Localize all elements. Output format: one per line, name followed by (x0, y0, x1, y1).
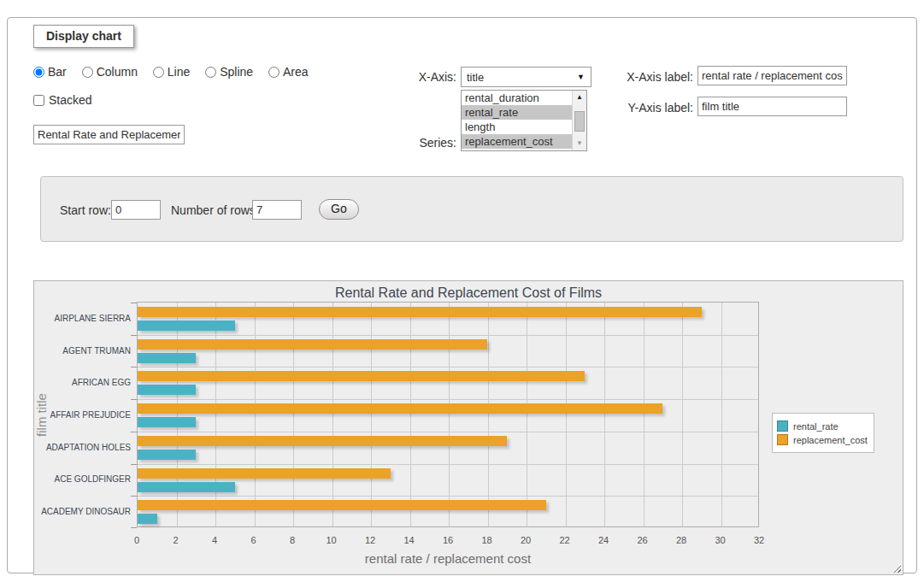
row-range-panel: Start row: Number of rows: Go (40, 176, 903, 242)
line-radio[interactable] (153, 67, 164, 78)
chart-legend: rental_ratereplacement_cost (772, 413, 874, 453)
scroll-up-icon[interactable]: ▲ (573, 91, 586, 103)
gridline-vertical (255, 303, 256, 526)
category-label: AGENT TRUMAN (34, 346, 131, 356)
series-multiselect[interactable]: rental_duration rental_rate length repla… (461, 90, 587, 151)
gridline-vertical (293, 303, 294, 526)
y-axis-tick (131, 367, 137, 367)
series-option-rental-duration[interactable]: rental_duration (462, 91, 572, 105)
x-tick-label: 10 (326, 535, 336, 545)
stacked-checkbox[interactable] (33, 95, 44, 106)
x-axis-selected-value: title (467, 71, 484, 84)
category-label: AIRPLANE SIERRA (34, 314, 131, 323)
y-axis-tick (131, 432, 137, 432)
x-tick-label: 26 (637, 535, 647, 545)
bar-replacement_cost (138, 339, 487, 350)
gridline-horizontal (138, 496, 758, 497)
gridline-horizontal (138, 432, 758, 432)
legend-swatch-rental_rate (777, 420, 788, 432)
start-row-label: Start row: (60, 203, 111, 217)
x-tick-label: 32 (754, 535, 764, 545)
chart-type-bar[interactable]: Bar (33, 65, 67, 79)
x-axis-field-label: X-Axis: (384, 70, 456, 84)
chart-area: Rental Rate and Replacement Cost of Film… (33, 280, 903, 575)
bar-replacement_cost (138, 371, 585, 381)
go-button[interactable]: Go (319, 199, 359, 220)
x-axis-label-field-label: X-Axis label: (616, 70, 693, 84)
display-chart-panel: Display chart Bar Column Line Spline Are… (7, 17, 917, 573)
series-option-rental-rate[interactable]: rental_rate (462, 105, 572, 120)
category-label: AFFAIR PREJUDICE (34, 410, 131, 420)
gridline-vertical (410, 303, 411, 526)
stacked-label: Stacked (49, 93, 92, 107)
column-radio[interactable] (82, 67, 93, 78)
x-tick-label: 28 (676, 535, 686, 545)
series-field-label: Series: (384, 136, 456, 150)
x-tick-label: 12 (365, 535, 375, 545)
resize-handle-icon[interactable] (892, 563, 901, 573)
area-radio[interactable] (268, 67, 280, 78)
x-tick-label: 4 (212, 535, 217, 545)
bar-rental_rate (138, 417, 196, 427)
category-label: AFRICAN EGG (34, 378, 131, 387)
gridline-vertical (215, 303, 216, 526)
gridline-horizontal (138, 464, 758, 465)
gridline-horizontal (138, 335, 758, 336)
x-tick-label: 20 (521, 535, 531, 545)
scrollbar-thumb[interactable] (574, 111, 585, 132)
category-label: ACE GOLDFINGER (34, 474, 131, 484)
x-tick-label: 14 (403, 535, 414, 545)
start-row-input[interactable] (111, 200, 161, 220)
chart-type-area[interactable]: Area (268, 65, 309, 79)
gridline-vertical (333, 303, 333, 526)
legend-item: rental_rate (777, 420, 868, 432)
y-axis-tick (131, 496, 137, 497)
y-axis-tick (131, 527, 137, 528)
spline-radio[interactable] (205, 67, 216, 78)
chart-type-line[interactable]: Line (153, 65, 190, 79)
scroll-down-icon[interactable]: ▼ (573, 138, 586, 150)
chart-type-column[interactable]: Column (82, 65, 138, 79)
gridline-vertical (449, 303, 450, 526)
x-axis-title: rental rate / replacement cost (137, 551, 759, 566)
category-label: ADAPTATION HOLES (34, 443, 131, 452)
x-tick-label: 30 (715, 535, 725, 545)
x-axis-tick-labels: 02468101214161820222426283032 (137, 535, 759, 547)
legend-item: replacement_cost (777, 434, 868, 445)
gridline-vertical (488, 303, 489, 526)
number-of-rows-input[interactable] (252, 200, 302, 220)
category-label: ACADEMY DINOSAUR (34, 507, 131, 516)
bar-replacement_cost (138, 403, 662, 414)
y-axis-label-input[interactable] (697, 97, 847, 116)
y-axis-category-labels: AIRPLANE SIERRAAGENT TRUMANAFRICAN EGGAF… (34, 302, 131, 527)
gridline-vertical (527, 303, 527, 526)
chevron-down-icon: ▼ (577, 73, 585, 81)
series-option-length[interactable]: length (462, 120, 572, 134)
series-option-replacement-cost[interactable]: replacement_cost (462, 134, 572, 149)
gridline-vertical (566, 303, 567, 526)
bar-rental_rate (138, 450, 196, 460)
x-axis-label-input[interactable] (697, 66, 847, 85)
legend-label: replacement_cost (793, 435, 868, 445)
bar-replacement_cost (138, 468, 391, 479)
legend-label: rental_rate (793, 421, 839, 432)
y-axis-label-field-label: Y-Axis label: (616, 101, 693, 115)
x-tick-label: 22 (559, 535, 569, 545)
bar-radio[interactable] (33, 67, 44, 78)
x-tick-label: 0 (134, 535, 139, 545)
bar-rental_rate (138, 482, 235, 492)
series-scrollbar[interactable]: ▲ ▼ (572, 91, 586, 150)
x-axis-select[interactable]: title ▼ (461, 67, 591, 87)
y-axis-tick (131, 399, 137, 400)
bar-rental_rate (138, 320, 235, 331)
chart-type-spline[interactable]: Spline (205, 65, 253, 79)
number-of-rows-label: Number of rows: (171, 203, 259, 217)
bar-replacement_cost (138, 436, 507, 446)
gridline-vertical (682, 303, 683, 526)
gridline-vertical (177, 303, 178, 526)
legend-swatch-replacement_cost (777, 434, 788, 445)
bar-rental_rate (138, 385, 196, 395)
y-axis-tick (131, 335, 137, 336)
chart-title-input[interactable] (33, 125, 185, 144)
x-tick-label: 18 (481, 535, 491, 545)
